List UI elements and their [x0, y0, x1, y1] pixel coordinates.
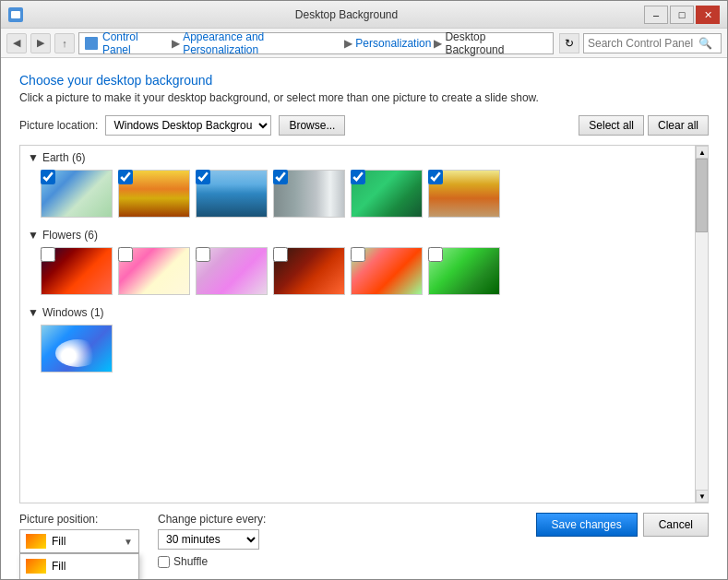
position-option-fit[interactable]: Fit [20, 578, 138, 579]
list-item[interactable] [41, 247, 113, 295]
select-all-button[interactable]: Select all [579, 115, 644, 136]
selection-buttons: Select all Clear all [579, 115, 709, 136]
wallpaper-scroll-content: ▼ Earth (6) [20, 146, 695, 503]
scrollbar-down-button[interactable]: ▼ [696, 490, 709, 503]
windows-collapse-arrow[interactable]: ▼ [28, 306, 39, 319]
flower-check-6[interactable] [428, 247, 443, 262]
windows-group: ▼ Windows (1) [20, 301, 695, 378]
list-item[interactable] [118, 170, 190, 218]
list-item[interactable] [41, 325, 113, 373]
maximize-button[interactable]: □ [670, 6, 694, 24]
minimize-button[interactable]: – [644, 6, 668, 24]
fill1-thumb [26, 559, 46, 574]
search-input[interactable] [588, 37, 698, 50]
breadcrumb: Control Panel ▶ Appearance and Personali… [78, 32, 554, 54]
picture-location-label: Picture location: [19, 119, 98, 132]
flower-check-5[interactable] [351, 247, 365, 262]
wallpaper-grid: ▼ Earth (6) [19, 145, 709, 503]
breadcrumb-personalization[interactable]: Personalization [355, 37, 431, 50]
windows-thumb-1 [41, 325, 113, 373]
list-item[interactable] [41, 170, 113, 218]
flowers-group-header: ▼ Flowers (6) [28, 229, 687, 242]
list-item[interactable] [351, 247, 423, 295]
scrollbar-thumb[interactable] [696, 159, 708, 232]
earth-check-1[interactable] [41, 170, 55, 184]
fill1-label: Fill [52, 560, 66, 573]
earth-check-2[interactable] [118, 170, 133, 184]
earth-group: ▼ Earth (6) [20, 146, 695, 223]
list-item[interactable] [273, 247, 345, 295]
flowers-collapse-arrow[interactable]: ▼ [28, 229, 39, 242]
refresh-button[interactable]: ↻ [559, 33, 579, 53]
position-dropdown: Fill Fit Span Stretch [19, 553, 139, 579]
flowers-group: ▼ Flowers (6) [20, 223, 695, 301]
earth-items [28, 170, 687, 218]
back-button[interactable]: ◀ [6, 33, 27, 53]
subtitle: Click a picture to make it your desktop … [19, 91, 709, 104]
save-changes-button[interactable]: Save changes [536, 513, 638, 537]
list-item[interactable] [118, 247, 190, 295]
list-item[interactable] [428, 247, 500, 295]
search-bar[interactable]: 🔍 [583, 33, 722, 53]
position-select-text: Fill [52, 535, 118, 548]
forward-button[interactable]: ▶ [30, 33, 51, 53]
earth-check-6[interactable] [428, 170, 443, 184]
change-picture-label: Change picture every: [158, 513, 266, 526]
scrollbar-up-button[interactable]: ▲ [696, 146, 709, 159]
window-icon [8, 7, 23, 22]
earth-group-header: ▼ Earth (6) [28, 151, 687, 164]
up-button[interactable]: ↑ [54, 33, 75, 53]
earth-check-3[interactable] [196, 170, 210, 184]
windows-group-header: ▼ Windows (1) [28, 306, 687, 319]
title-bar: Desktop Background – □ ✕ [1, 1, 727, 29]
shuffle-label: Shuffle [173, 555, 208, 568]
flowers-items [28, 247, 687, 295]
change-picture-section: Change picture every: 30 minutes Shuffle [158, 513, 266, 568]
earth-collapse-arrow[interactable]: ▼ [28, 151, 39, 164]
bottom-controls: Picture position: Fill ▼ Fill [19, 513, 709, 568]
page-title: Choose your desktop background [19, 73, 709, 88]
clear-all-button[interactable]: Clear all [648, 115, 709, 136]
interval-select[interactable]: 30 minutes [158, 529, 259, 550]
position-select-display[interactable]: Fill ▼ [19, 529, 139, 553]
position-option-fill1[interactable]: Fill [20, 554, 138, 578]
browse-button[interactable]: Browse... [279, 115, 345, 136]
picture-position-section: Picture position: Fill ▼ Fill [19, 513, 139, 553]
content-area: Choose your desktop background Click a p… [1, 58, 727, 579]
picture-position-label: Picture position: [19, 513, 139, 526]
list-item[interactable] [273, 170, 345, 218]
list-item[interactable] [196, 247, 268, 295]
window-title: Desktop Background [29, 8, 664, 21]
flower-check-2[interactable] [118, 247, 133, 262]
flower-check-1[interactable] [41, 247, 55, 262]
search-icon: 🔍 [698, 37, 712, 50]
close-button[interactable]: ✕ [696, 6, 720, 24]
flowers-group-label: Flowers (6) [42, 229, 98, 242]
flower-check-3[interactable] [196, 247, 210, 262]
action-buttons: Save changes Cancel [536, 513, 709, 539]
breadcrumb-current: Desktop Background [445, 30, 547, 56]
list-item[interactable] [428, 170, 500, 218]
cancel-button[interactable]: Cancel [643, 513, 709, 537]
shuffle-row: Shuffle [158, 555, 266, 568]
scrollbar[interactable]: ▲ ▼ [695, 146, 708, 503]
scrollbar-track [696, 159, 708, 490]
picture-location-select[interactable]: Windows Desktop Backgrounds [105, 115, 271, 136]
breadcrumb-control-panel[interactable]: Control Panel [102, 30, 169, 56]
address-bar: ◀ ▶ ↑ Control Panel ▶ Appearance and Per… [1, 29, 727, 58]
list-item[interactable] [351, 170, 423, 218]
change-picture-row: 30 minutes [158, 529, 266, 550]
earth-check-5[interactable] [351, 170, 365, 184]
breadcrumb-appearance[interactable]: Appearance and Personalization [183, 30, 341, 56]
windows-items [28, 325, 687, 373]
flower-check-4[interactable] [273, 247, 288, 262]
shuffle-checkbox[interactable] [158, 556, 170, 568]
position-select-container: Fill ▼ Fill Fit [19, 529, 139, 553]
chevron-down-icon: ▼ [124, 537, 133, 547]
position-thumb [26, 534, 46, 549]
window-controls: – □ ✕ [644, 6, 720, 24]
list-item[interactable] [196, 170, 268, 218]
main-window: Desktop Background – □ ✕ ◀ ▶ ↑ Control P… [0, 0, 728, 580]
earth-check-4[interactable] [273, 170, 288, 184]
earth-group-label: Earth (6) [42, 151, 86, 164]
